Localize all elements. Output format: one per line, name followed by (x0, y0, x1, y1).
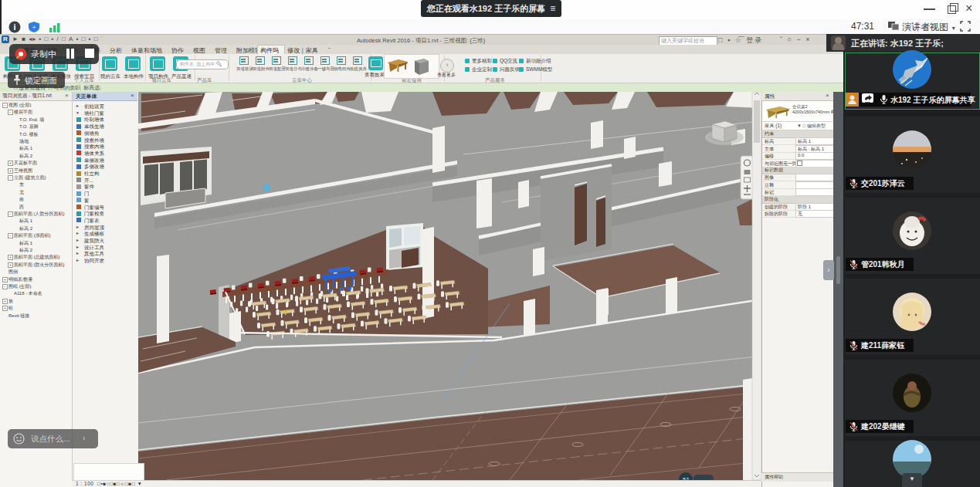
svg-text:i: i (13, 22, 15, 32)
svg-text:+: + (32, 24, 36, 31)
